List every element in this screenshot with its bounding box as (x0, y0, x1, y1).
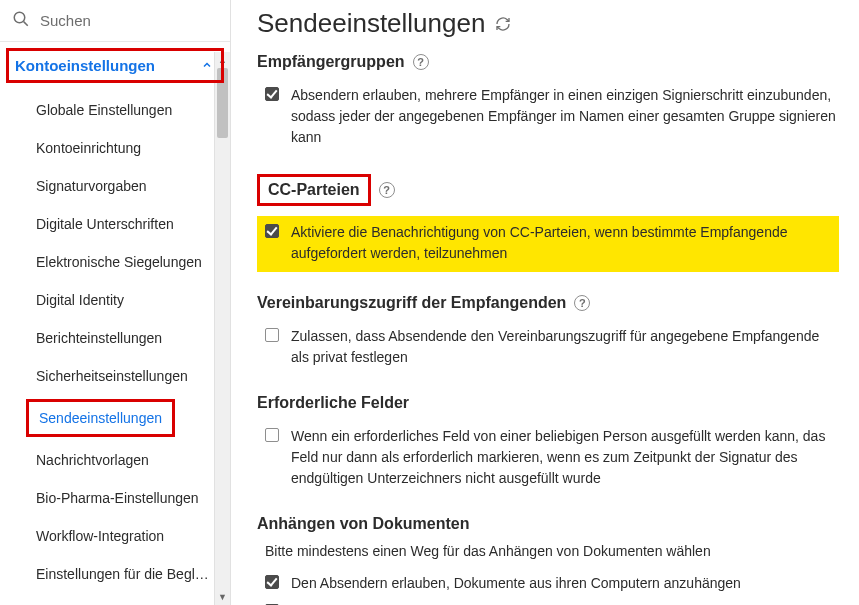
option-label: Den Absendern erlauben, Dokumente aus ih… (291, 573, 741, 594)
sidebar-item-label: Digitale Unterschriften (36, 216, 174, 232)
section-agreement-access: Vereinbarungszugriff der Empfangenden ? … (257, 294, 839, 372)
section-title: Erforderliche Felder (257, 394, 409, 412)
sidebar-item-label: Workflow-Integration (36, 528, 164, 544)
option-label: Zulassen, dass Absendende den Vereinbaru… (291, 326, 839, 368)
option-label: Aktiviere die Benachrichtigung von CC-Pa… (291, 222, 829, 264)
sidebar-item-label: Nachrichtvorlagen (36, 452, 149, 468)
sidebar-item-send-settings[interactable]: Sendeeinstellungen (26, 399, 230, 437)
sidebar-item-digital-identity[interactable]: Digital Identity (0, 281, 230, 319)
checkbox-required-field-condition[interactable] (265, 428, 279, 442)
search-icon (12, 10, 30, 31)
checkbox-allow-private-access[interactable] (265, 328, 279, 342)
sidebar-item-electronic-seals[interactable]: Elektronische Siegelungen (0, 243, 230, 281)
help-icon[interactable]: ? (574, 295, 590, 311)
main-content: Sendeeinstellungen Empfängergruppen ? Ab… (231, 0, 859, 605)
svg-line-1 (24, 22, 28, 26)
sidebar-item-account-setup[interactable]: Kontoeinrichtung (0, 129, 230, 167)
section-recipient-groups: Empfängergruppen ? Absendern erlauben, m… (257, 53, 839, 152)
sidebar-item-label: Einstellungen für die Begl… (36, 566, 209, 582)
option-row: Den Absendern erlauben, Dokumente aus ih… (257, 569, 839, 598)
option-label: Wenn ein erforderliches Feld von einer b… (291, 426, 839, 489)
section-title: CC-Parteien (257, 174, 371, 206)
svg-point-0 (14, 12, 25, 23)
section-title: Anhängen von Dokumenten (257, 515, 469, 533)
checkbox-activate-cc-notification[interactable] (265, 224, 279, 238)
help-icon[interactable]: ? (379, 182, 395, 198)
nav-list: Globale Einstellungen Kontoeinrichtung S… (0, 83, 230, 593)
sidebar-item-workflow-integration[interactable]: Workflow-Integration (0, 517, 230, 555)
sidebar-item-global-settings[interactable]: Globale Einstellungen (0, 91, 230, 129)
sidebar-item-label: Signaturvorgaben (36, 178, 147, 194)
checkbox-attach-from-computer[interactable] (265, 575, 279, 589)
section-required-fields: Erforderliche Felder Wenn ein erforderli… (257, 394, 839, 493)
refresh-icon[interactable] (495, 16, 511, 32)
sidebar-item-signature-prefs[interactable]: Signaturvorgaben (0, 167, 230, 205)
page-title: Sendeeinstellungen (257, 8, 839, 39)
sidebar-section-header[interactable]: Kontoeinstellungen (6, 48, 224, 83)
sidebar-item-label: Kontoeinrichtung (36, 140, 141, 156)
help-icon[interactable]: ? (413, 54, 429, 70)
sidebar-item-label: Globale Einstellungen (36, 102, 172, 118)
sidebar-item-security-settings[interactable]: Sicherheitseinstellungen (0, 357, 230, 395)
option-row: Den Absendern erlauben, Dokumente aus ih… (257, 598, 839, 605)
sidebar-item-label: Bio-Pharma-Einstellungen (36, 490, 199, 506)
chevron-up-icon (201, 58, 213, 74)
sidebar-item-label: Elektronische Siegelungen (36, 254, 202, 270)
sidebar-item-label: Digital Identity (36, 292, 124, 308)
section-attach-documents: Anhängen von Dokumenten Bitte mindestens… (257, 515, 839, 605)
nav-scroll: Kontoeinstellungen Globale Einstellungen… (0, 42, 230, 605)
option-row: Zulassen, dass Absendende den Vereinbaru… (257, 322, 839, 372)
option-row: Wenn ein erforderliches Feld von einer b… (257, 422, 839, 493)
sidebar-item-report-settings[interactable]: Berichteinstellungen (0, 319, 230, 357)
sidebar-item-label: Berichteinstellungen (36, 330, 162, 346)
sidebar: ▲ ▼ Kontoeinstellungen Globale Einstellu… (0, 0, 231, 605)
page-title-text: Sendeeinstellungen (257, 8, 485, 39)
search-input[interactable] (38, 11, 218, 30)
section-title: Vereinbarungszugriff der Empfangenden (257, 294, 566, 312)
search-bar (0, 0, 230, 42)
option-row-highlighted: Aktiviere die Benachrichtigung von CC-Pa… (257, 216, 839, 272)
sidebar-item-digital-signatures[interactable]: Digitale Unterschriften (0, 205, 230, 243)
sidebar-item-message-templates[interactable]: Nachrichtvorlagen (0, 441, 230, 479)
sidebar-item-label: Sendeeinstellungen (26, 399, 175, 437)
sidebar-item-settings-truncated[interactable]: Einstellungen für die Begl… (0, 555, 230, 593)
section-intro: Bitte mindestens einen Weg für das Anhän… (265, 543, 839, 559)
sidebar-item-label: Sicherheitseinstellungen (36, 368, 188, 384)
section-title: Empfängergruppen (257, 53, 405, 71)
option-row: Absendern erlauben, mehrere Empfänger in… (257, 81, 839, 152)
sidebar-section-label: Kontoeinstellungen (15, 57, 155, 74)
section-cc-parties: CC-Parteien ? Aktiviere die Benachrichti… (257, 174, 839, 272)
sidebar-item-bio-pharma[interactable]: Bio-Pharma-Einstellungen (0, 479, 230, 517)
option-label: Absendern erlauben, mehrere Empfänger in… (291, 85, 839, 148)
checkbox-allow-multiple-recipients[interactable] (265, 87, 279, 101)
